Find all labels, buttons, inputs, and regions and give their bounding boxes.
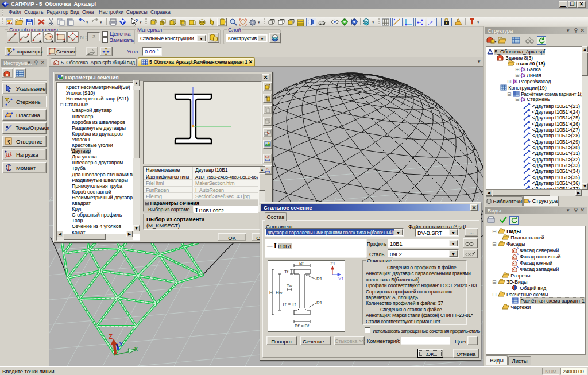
svg-text:Tf: Tf: [284, 269, 289, 275]
svg-text:X: X: [134, 346, 138, 353]
svg-text:1-2: 1-2: [265, 156, 270, 159]
svg-text:R1: R1: [316, 300, 323, 306]
svg-text:Hw: Hw: [276, 290, 283, 295]
svg-text:R1: R1: [316, 276, 323, 281]
svg-text:Z1: Z1: [330, 261, 336, 266]
svg-text:Y1: Y1: [338, 276, 344, 281]
svg-text:Tf' = Tf: Tf' = Tf: [282, 301, 296, 307]
svg-text:Y: Y: [119, 341, 123, 347]
svg-text:Tw: Tw: [287, 283, 292, 288]
svg-text:Bf' = Bf: Bf' = Bf: [295, 323, 310, 328]
svg-text:Z: Z: [109, 333, 113, 340]
svg-text:H: H: [269, 290, 273, 295]
svg-text:A: A: [266, 167, 269, 171]
svg-text:Bf: Bf: [299, 261, 304, 266]
svg-text:?: ?: [135, 18, 138, 24]
